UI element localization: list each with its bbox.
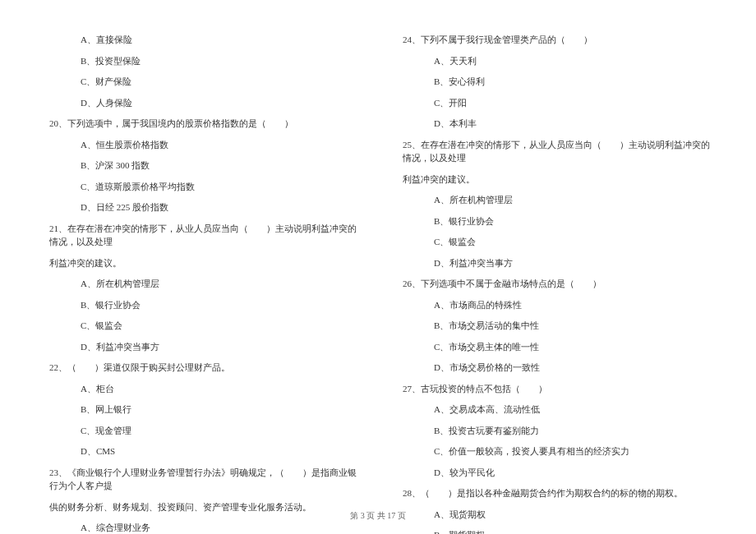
option: B、银行业协会 <box>41 298 362 312</box>
option: B、期货期权 <box>394 528 715 534</box>
option: D、本利丰 <box>394 117 715 131</box>
option: C、财产保险 <box>41 75 362 89</box>
option: C、银监会 <box>41 319 362 333</box>
option: A、市场商品的特殊性 <box>394 298 715 312</box>
left-column: A、直接保险 B、投资型保险 C、财产保险 D、人身保险 20、下列选项中，属于… <box>41 33 362 534</box>
option: D、市场交易价格的一致性 <box>394 361 715 375</box>
question-23: 23、《商业银行个人理财业务管理暂行办法》明确规定，（ ）是指商业银行为个人客户… <box>41 466 362 493</box>
option: A、综合理财业务 <box>41 521 362 534</box>
page-footer: 第 3 页 共 17 页 <box>0 510 756 522</box>
option: C、现金管理 <box>41 424 362 438</box>
question-22: 22、（ ）渠道仅限于购买封公理财产品。 <box>41 361 362 375</box>
option: A、直接保险 <box>41 33 362 47</box>
question-27: 27、古玩投资的特点不包括（ ） <box>394 382 715 396</box>
question-25: 25、在存在潜在冲突的情形下，从业人员应当向（ ）主动说明利益冲突的情况，以及处… <box>394 138 715 165</box>
question-21-cont: 利益冲突的建议。 <box>41 256 362 270</box>
option: D、CMS <box>41 444 362 458</box>
option: D、利益冲突当事方 <box>41 340 362 354</box>
option: D、日经 225 股价指数 <box>41 200 362 214</box>
option: C、银监会 <box>394 235 715 249</box>
option: B、安心得利 <box>394 75 715 89</box>
option: D、人身保险 <box>41 96 362 110</box>
option: A、柜台 <box>41 382 362 396</box>
option: A、天天利 <box>394 54 715 68</box>
option: A、所在机构管理层 <box>41 277 362 291</box>
question-24: 24、下列不属于我行现金管理类产品的（ ） <box>394 33 715 47</box>
option: A、交易成本高、流动性低 <box>394 403 715 417</box>
option: B、网上银行 <box>41 403 362 417</box>
question-20: 20、下列选项中，属于我国境内的股票价格指数的是（ ） <box>41 117 362 131</box>
option: A、恒生股票价格指数 <box>41 138 362 152</box>
option: B、银行业协会 <box>394 214 715 228</box>
option: D、较为平民化 <box>394 466 715 480</box>
option: A、所在机构管理层 <box>394 193 715 207</box>
option: C、市场交易主体的唯一性 <box>394 340 715 354</box>
option: D、利益冲突当事方 <box>394 256 715 270</box>
question-25-cont: 利益冲突的建议。 <box>394 173 715 186</box>
question-28: 28、（ ）是指以各种金融期货合约作为期权合约的标的物的期权。 <box>394 486 715 500</box>
option: B、投资型保险 <box>41 54 362 68</box>
question-26: 26、下列选项中不属于金融市场特点的是（ ） <box>394 277 715 291</box>
option: C、价值一般较高，投资人要具有相当的经济实力 <box>394 444 715 458</box>
right-column: 24、下列不属于我行现金管理类产品的（ ） A、天天利 B、安心得利 C、开阳 … <box>394 33 715 534</box>
option: C、开阳 <box>394 96 715 110</box>
option: B、沪深 300 指数 <box>41 159 362 173</box>
option: B、投资古玩要有鉴别能力 <box>394 424 715 438</box>
option: B、市场交易活动的集中性 <box>394 319 715 333</box>
question-21: 21、在存在潜在冲突的情形下，从业人员应当向（ ）主动说明利益冲突的情况，以及处… <box>41 222 362 249</box>
option: C、道琼斯股票价格平均指数 <box>41 180 362 194</box>
